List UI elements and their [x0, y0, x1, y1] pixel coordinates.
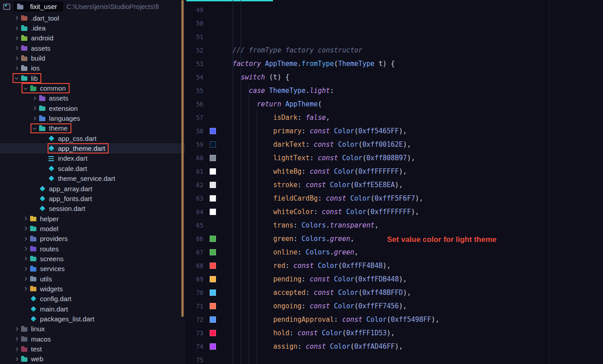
chevron-right-icon[interactable]	[31, 97, 39, 100]
tree-item-extension[interactable]: extension	[0, 103, 185, 113]
chevron-right-icon[interactable]	[13, 67, 21, 70]
line-number[interactable]: 58	[185, 124, 207, 138]
tree-item-assets[interactable]: assets	[0, 93, 185, 103]
chevron-down-icon[interactable]	[31, 127, 39, 129]
line-number[interactable]: 74	[185, 340, 207, 353]
tree-item-scale-dart[interactable]: scale.dart	[0, 163, 185, 173]
line-number[interactable]: 54	[185, 70, 207, 84]
line-number[interactable]: 73	[185, 326, 207, 340]
code-line-61[interactable]: 61 whiteBg: const Color(0xffFFFFFF),	[185, 165, 603, 178]
tree-item-helper[interactable]: helper	[0, 214, 185, 224]
tree-item-web[interactable]: web	[0, 354, 185, 364]
tree-item-macos[interactable]: macos	[0, 334, 185, 344]
code-line-53[interactable]: 53 factory AppTheme.fromType(ThemeType t…	[185, 57, 603, 70]
code-line-62[interactable]: 62 stroke: const Color(0xffE5E8EA),	[185, 178, 603, 192]
chevron-right-icon[interactable]	[13, 348, 21, 351]
chevron-right-icon[interactable]	[22, 277, 30, 280]
line-number[interactable]: 72	[185, 313, 207, 326]
tree-item--dart-tool[interactable]: .dart_tool	[0, 13, 185, 23]
color-preview-swatch[interactable]	[207, 326, 219, 340]
line-number[interactable]: 59	[185, 138, 207, 151]
tree-item-linux[interactable]: linux	[0, 324, 185, 334]
tree-item-services[interactable]: services	[0, 264, 185, 274]
sidebar-scrollbar[interactable]	[181, 0, 184, 317]
code-line-74[interactable]: 74 assign: const Color(0xffAD46FF),	[185, 340, 603, 353]
chevron-down-icon[interactable]	[22, 88, 30, 89]
color-preview-swatch[interactable]	[207, 151, 219, 165]
chevron-right-icon[interactable]	[13, 37, 21, 39]
line-number[interactable]: 55	[185, 84, 207, 97]
line-number[interactable]: 53	[185, 57, 207, 70]
color-preview-swatch[interactable]	[207, 272, 219, 286]
color-preview-swatch[interactable]	[207, 259, 219, 272]
line-number[interactable]: 52	[185, 44, 207, 57]
project-root-chip[interactable]: fixit_user	[13, 1, 63, 12]
color-preview-swatch[interactable]	[207, 286, 219, 299]
chevron-right-icon[interactable]	[22, 268, 30, 270]
chevron-right-icon[interactable]	[13, 27, 21, 30]
color-preview-swatch[interactable]	[207, 178, 219, 192]
tree-item-config-dart[interactable]: config.dart	[0, 294, 185, 304]
code-line-72[interactable]: 72 pendingApproval: const Color(0xff5498…	[185, 313, 603, 326]
tree-item--idea[interactable]: .idea	[0, 23, 185, 33]
code-line-68[interactable]: 68 red: const Color(0xffFF4B4B),	[185, 259, 603, 272]
line-number[interactable]: 64	[185, 205, 207, 219]
code-line-64[interactable]: 64 whiteColor: const Color(0xffFFFFFF),	[185, 205, 603, 219]
tree-item-model[interactable]: model	[0, 224, 185, 233]
tree-item-routes[interactable]: routes	[0, 244, 185, 254]
tree-item-theme[interactable]: theme	[0, 123, 185, 133]
tree-item-assets[interactable]: assets	[0, 43, 185, 53]
color-preview-swatch[interactable]	[207, 232, 219, 246]
chevron-right-icon[interactable]	[13, 328, 21, 330]
chevron-right-icon[interactable]	[22, 257, 30, 260]
tree-item-widgets[interactable]: widgets	[0, 284, 185, 294]
color-preview-swatch[interactable]	[207, 313, 219, 326]
tree-item-main-dart[interactable]: main.dart	[0, 304, 185, 314]
code-line-70[interactable]: 70 accepted: const Color(0xff48BFFD),	[185, 286, 603, 299]
chevron-right-icon[interactable]	[22, 247, 30, 250]
code-line-73[interactable]: 73 hold: const Color(0xffFF1D53),	[185, 326, 603, 340]
chevron-right-icon[interactable]	[13, 57, 21, 60]
tree-item-test[interactable]: test	[0, 344, 185, 354]
chevron-right-icon[interactable]	[22, 237, 30, 240]
code-line-54[interactable]: 54 switch (t) {	[185, 70, 603, 84]
color-preview-swatch[interactable]	[207, 124, 219, 138]
line-number[interactable]: 56	[185, 97, 207, 111]
color-preview-swatch[interactable]	[207, 192, 219, 205]
code-line-71[interactable]: 71 ongoing: const Color(0xffFF7456),	[185, 299, 603, 313]
line-number[interactable]: 70	[185, 286, 207, 299]
chevron-right-icon[interactable]	[31, 107, 39, 110]
code-line-51[interactable]: 51	[185, 30, 603, 44]
code-line-67[interactable]: 67 online: Colors.green,	[185, 246, 603, 259]
tree-item-screens[interactable]: screens	[0, 254, 185, 263]
chevron-right-icon[interactable]	[31, 117, 39, 120]
code-line-63[interactable]: 63 fieldCardBg: const Color(0xffF5F6F7),	[185, 192, 603, 205]
tree-item-index-dart[interactable]: index.dart	[0, 153, 185, 163]
chevron-right-icon[interactable]	[22, 287, 30, 290]
tree-item-app-fonts-dart[interactable]: app_fonts.dart	[0, 193, 185, 203]
chevron-right-icon[interactable]	[13, 358, 21, 360]
chevron-right-icon[interactable]	[22, 227, 30, 230]
line-number[interactable]: 68	[185, 259, 207, 272]
code-line-58[interactable]: 58 primary: const Color(0xff5465FF),	[185, 124, 603, 138]
chevron-right-icon[interactable]	[13, 338, 21, 340]
tree-item-app-theme-dart[interactable]: app_theme.dart	[0, 143, 185, 153]
tree-item-app-array-dart[interactable]: app_array.dart	[0, 184, 185, 193]
color-preview-swatch[interactable]	[207, 299, 219, 313]
tree-item-theme-service-dart[interactable]: theme_service.dart	[0, 174, 185, 184]
line-number[interactable]: 75	[185, 353, 207, 364]
color-preview-swatch[interactable]	[207, 205, 219, 219]
tree-item-packages-list-dart[interactable]: packages_list.dart	[0, 314, 185, 324]
line-number[interactable]: 57	[185, 111, 207, 124]
line-number[interactable]: 66	[185, 232, 207, 246]
code-line-50[interactable]: 50	[185, 17, 603, 30]
tree-item-languages[interactable]: languages	[0, 113, 185, 123]
color-preview-swatch[interactable]	[207, 138, 219, 151]
line-number[interactable]: 69	[185, 272, 207, 286]
tree-item-utils[interactable]: utils	[0, 274, 185, 284]
code-line-59[interactable]: 59 darkText: const Color(0xff00162E),	[185, 138, 603, 151]
tree-item-app-css-dart[interactable]: app_css.dart	[0, 133, 185, 143]
code-line-49[interactable]: 49	[185, 3, 603, 17]
line-number[interactable]: 61	[185, 165, 207, 178]
line-number[interactable]: 67	[185, 246, 207, 259]
